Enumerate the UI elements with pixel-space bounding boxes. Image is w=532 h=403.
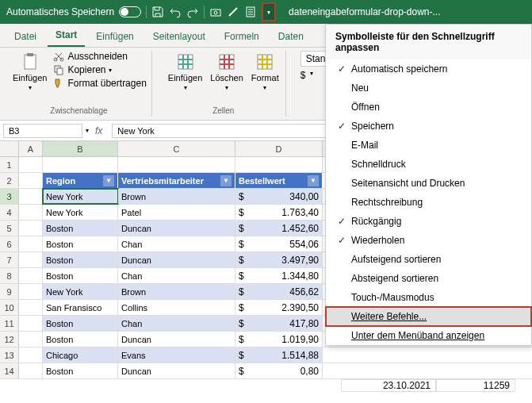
format-cells-button[interactable]: Format▾ [250, 51, 281, 93]
cell-sales[interactable]: Brown [118, 189, 235, 204]
pen-icon[interactable] [227, 6, 239, 18]
fx-icon[interactable]: fx [89, 125, 109, 136]
row-header[interactable]: 12 [0, 332, 19, 347]
check-icon: ✓ [332, 63, 351, 75]
cell-sales[interactable]: Brown [118, 284, 235, 299]
filter-icon: ▾ [103, 175, 114, 186]
menu-item[interactable]: Öffnen [326, 98, 531, 117]
redo-icon[interactable] [186, 6, 199, 18]
cell-region[interactable]: Boston [43, 332, 118, 347]
cell-sales[interactable]: Duncan [118, 363, 235, 378]
row-header[interactable]: 6 [0, 236, 19, 251]
tab-formeln[interactable]: Formeln [216, 26, 267, 47]
menu-item[interactable]: ✓Automatisch speichern [326, 59, 531, 79]
menu-item[interactable]: Schnelldruck [326, 155, 531, 174]
cell-region[interactable]: Boston [43, 316, 118, 331]
currency-button[interactable]: $ [300, 70, 306, 81]
cell-value[interactable]: $340,00 [235, 189, 323, 204]
cell-sales[interactable]: Duncan [118, 252, 235, 267]
col-header[interactable]: B [43, 141, 118, 156]
cell-sales[interactable]: Duncan [118, 221, 235, 236]
cell-region[interactable]: San Fransisco [43, 300, 118, 315]
table-header[interactable]: Vertriebsmitarbeiter▾ [118, 173, 235, 188]
cell-sales[interactable]: Chan [118, 316, 235, 331]
form-icon[interactable] [244, 6, 257, 18]
camera-icon[interactable] [209, 6, 222, 18]
tab-seitenlayout[interactable]: Seitenlayout [145, 26, 213, 47]
filter-icon: ▾ [220, 175, 232, 186]
cell-region[interactable]: New York [43, 189, 118, 204]
menu-item[interactable]: Rechtschreibung [326, 193, 531, 212]
cell-sales[interactable]: Evans [118, 347, 235, 363]
menu-item[interactable]: Aufsteigend sortieren [326, 250, 531, 269]
cell-value[interactable]: $1.452,60 [235, 221, 323, 236]
cell-region[interactable]: New York [43, 205, 118, 220]
insert-cells-button[interactable]: Einfügen▾ [166, 51, 204, 93]
menu-item[interactable]: Neu [326, 79, 531, 98]
row-header[interactable]: 9 [0, 284, 19, 299]
autosave-toggle[interactable]: Automatisches Speichern [6, 6, 141, 17]
row-header[interactable]: 11 [0, 316, 19, 331]
table-header[interactable]: Region▾ [43, 173, 118, 188]
menu-item[interactable]: Weitere Befehle... [326, 307, 531, 326]
format-painter-button[interactable]: Format übertragen [53, 78, 146, 89]
row-header[interactable]: 3 [0, 189, 19, 204]
copy-button[interactable]: Kopieren ▾ [53, 64, 146, 75]
row-header[interactable]: 14 [0, 363, 19, 378]
delete-cells-button[interactable]: Löschen▾ [209, 51, 245, 93]
cell-value[interactable]: $456,62 [235, 284, 323, 299]
tab-einfügen[interactable]: Einfügen [88, 26, 141, 47]
menu-item[interactable]: Touch-/Mausmodus [326, 288, 531, 307]
cell-region[interactable]: New York [43, 284, 118, 299]
cell-value[interactable]: $1.019,90 [235, 332, 323, 347]
row-header[interactable]: 7 [0, 252, 19, 267]
menu-item[interactable]: Unter dem Menüband anzeigen [326, 326, 531, 345]
menu-item[interactable]: ✓Rückgängig [326, 212, 531, 231]
table-header[interactable]: Bestellwert▾ [235, 173, 323, 188]
menu-item[interactable]: ✓Speichern [326, 117, 531, 136]
name-box[interactable]: B3 [3, 124, 82, 138]
cell-region[interactable]: Boston [43, 252, 118, 267]
menu-item[interactable]: ✓Wiederholen [326, 231, 531, 250]
qat-dropdown-button[interactable] [262, 2, 276, 21]
cell-region[interactable]: Boston [43, 221, 118, 236]
cell-value[interactable]: $3.497,90 [235, 252, 323, 267]
row-header[interactable]: 13 [0, 347, 19, 363]
cut-button[interactable]: Ausschneiden [53, 51, 146, 62]
row-header[interactable]: 8 [0, 268, 19, 283]
titlebar: Automatisches Speichern dateneingabeform… [0, 0, 532, 24]
cell-value[interactable]: $1.344,80 [235, 268, 323, 283]
cell-sales[interactable]: Collins [118, 300, 235, 315]
cell-value[interactable]: $554,06 [235, 236, 323, 251]
row-header[interactable]: 5 [0, 221, 19, 236]
cell-value[interactable]: $1.763,40 [235, 205, 323, 220]
col-header[interactable]: D [235, 141, 323, 156]
cell-value[interactable]: $0,80 [235, 363, 323, 378]
menu-item[interactable]: E-Mail [326, 136, 531, 155]
row-header[interactable]: 4 [0, 205, 19, 220]
cell-value[interactable]: $417,80 [235, 316, 323, 331]
tab-daten[interactable]: Daten [270, 26, 312, 47]
undo-icon[interactable] [169, 6, 182, 18]
cell-sales[interactable]: Duncan [118, 332, 235, 347]
tab-start[interactable]: Start [48, 25, 85, 47]
cell-region[interactable]: Chicago [43, 347, 118, 363]
paste-button[interactable]: Einfügen▾ [11, 51, 48, 93]
row-header[interactable]: 10 [0, 300, 19, 315]
toggle-icon [119, 6, 141, 17]
menu-item[interactable]: Seitenansicht und Drucken [326, 174, 531, 193]
cell-region[interactable]: Boston [43, 268, 118, 283]
cell-value[interactable]: $2.390,50 [235, 300, 323, 315]
menu-item[interactable]: Absteigend sortieren [326, 269, 531, 288]
cell-value[interactable]: $1.514,88 [235, 347, 323, 363]
save-icon[interactable] [151, 6, 164, 18]
cell-region[interactable]: Boston [43, 236, 118, 251]
cell-sales[interactable]: Chan [118, 268, 235, 283]
cell-region[interactable]: Boston [43, 363, 118, 378]
cell-sales[interactable]: Patel [118, 205, 235, 220]
col-header[interactable]: C [118, 141, 235, 156]
col-header[interactable]: A [19, 141, 43, 156]
tab-datei[interactable]: Datei [6, 26, 44, 47]
filename: dateneingabeformular-drop-down-... [289, 6, 440, 17]
cell-sales[interactable]: Chan [118, 236, 235, 251]
